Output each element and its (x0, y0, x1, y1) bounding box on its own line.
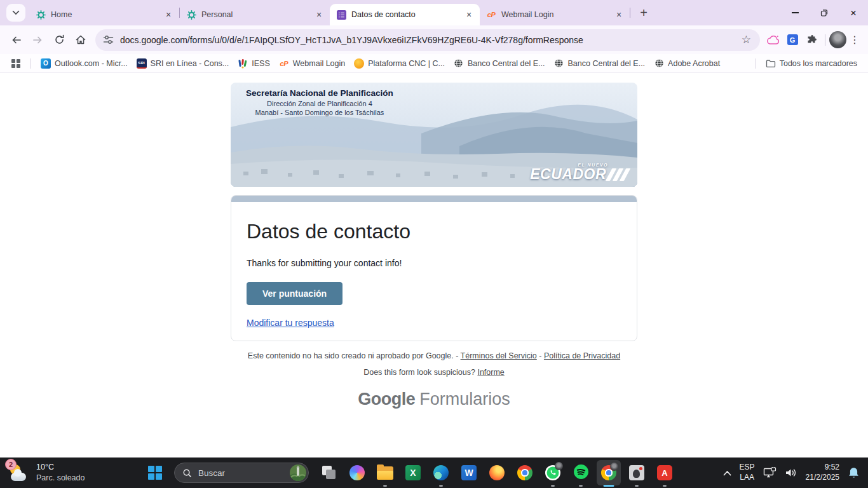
taskbar-search[interactable] (174, 463, 309, 483)
tab-datos-de-contacto-active[interactable]: Datos de contacto × (330, 4, 480, 25)
report-link[interactable]: Informe (477, 368, 504, 377)
edge-button[interactable] (427, 458, 455, 488)
terms-link[interactable]: Términos del Servicio (461, 351, 537, 360)
whatsapp-button[interactable] (539, 458, 567, 488)
org-dept: Dirección Zonal de Planificación 4 (246, 100, 393, 107)
new-tab-button[interactable]: + (634, 3, 653, 22)
forward-button[interactable] (27, 29, 48, 51)
org-region: Manabí - Santo Domingo de los Tsáchilas (246, 109, 393, 116)
clock[interactable]: 9:52 21/2/2025 (806, 463, 839, 482)
tab-title: Home (51, 10, 163, 19)
google-forms-icon (336, 10, 346, 20)
back-button[interactable] (5, 29, 27, 51)
webmail-gear-icon (186, 10, 196, 20)
date: 21/2/2025 (806, 473, 839, 483)
form-disclaimer: Este contenido no ha sido creado ni apro… (231, 351, 637, 360)
google-translate-icon[interactable]: G (783, 30, 802, 50)
browser-menu-icon[interactable]: ⋮ (846, 30, 863, 50)
bookmark-banco-central-1[interactable]: Banco Central del E... (449, 57, 550, 71)
volume-icon[interactable] (785, 468, 797, 478)
all-bookmarks-button[interactable]: Todos los marcadores (761, 57, 862, 71)
bookmark-star-icon[interactable]: ☆ (740, 33, 752, 46)
apps-grid-icon[interactable] (6, 54, 25, 73)
language-indicator[interactable]: ESP LAA (740, 463, 755, 482)
notification-bell-icon[interactable] (848, 466, 860, 479)
google-forms-wordmark: GoogleFormularios (231, 390, 637, 409)
search-input[interactable] (197, 468, 273, 478)
reload-button[interactable] (48, 29, 70, 51)
tab-home[interactable]: Home × (29, 4, 179, 25)
screen: Home × Personal × Datos de contacto × cP… (0, 0, 868, 488)
copilot-button[interactable] (343, 458, 371, 488)
tab-close-icon[interactable]: × (613, 9, 625, 20)
globe-icon (454, 58, 464, 69)
cpanel-icon: cP (486, 10, 496, 20)
header-text-block: Secretaría Nacional de Planificación Dir… (246, 88, 393, 116)
time: 9:52 (806, 463, 839, 473)
suspicious-text: Does this form look suspicious? (363, 368, 475, 377)
bookmark-label: SRI en Línea - Cons... (151, 59, 229, 68)
tab-webmail-login[interactable]: cP Webmail Login × (480, 4, 630, 25)
language-code: ESP (740, 463, 755, 473)
forward-icon (32, 35, 43, 45)
bookmark-cnc[interactable]: Plataforma CNC | C... (349, 57, 449, 71)
weather-extension-icon[interactable] (764, 30, 783, 50)
chrome-button[interactable] (511, 458, 539, 488)
java-app-button[interactable] (623, 458, 651, 488)
network-icon[interactable] (763, 467, 776, 478)
privacy-link[interactable]: Política de Privacidad (544, 351, 620, 360)
tab-close-icon[interactable]: × (463, 9, 475, 20)
acrobat-button[interactable]: A (651, 458, 679, 488)
start-button[interactable] (142, 459, 168, 487)
bookmark-outlook[interactable]: O Outlook.com - Micr... (36, 57, 132, 71)
hidden-icons-chevron[interactable] (723, 470, 731, 476)
form-response-card: Datos de contacto Thanks for submitting … (231, 195, 637, 341)
search-highlight-image[interactable] (290, 464, 306, 481)
bookmark-webmail[interactable]: cP Webmail Login (275, 57, 349, 71)
firefox-button[interactable] (483, 458, 511, 488)
bookmark-banco-central-2[interactable]: Banco Central del E... (550, 57, 650, 71)
spotify-button[interactable] (567, 458, 595, 488)
tab-search-button[interactable] (6, 4, 25, 22)
close-window-button[interactable]: × (839, 0, 868, 25)
tab-title: Datos de contacto (351, 10, 463, 19)
tab-personal[interactable]: Personal × (180, 4, 330, 25)
view-score-button[interactable]: Ver puntuación (247, 282, 342, 305)
site-settings-icon[interactable] (103, 35, 114, 44)
word-button[interactable]: W (455, 458, 483, 488)
bookmark-label: Plataforma CNC | C... (368, 59, 445, 68)
tab-close-icon[interactable]: × (163, 9, 174, 20)
address-bar[interactable]: docs.google.com/forms/u/0/d/e/1FAIpQLSfO… (95, 29, 760, 51)
bookmark-iess[interactable]: IESS (233, 57, 275, 71)
weather-widget[interactable]: 2 10°C Parc. soleado (0, 462, 142, 484)
task-view-button[interactable] (315, 458, 343, 488)
tab-close-icon[interactable]: × (313, 9, 325, 20)
notification-count-badge: 2 (5, 459, 17, 470)
chrome-active-button[interactable] (595, 458, 623, 488)
excel-button[interactable]: X (399, 458, 427, 488)
weather-text: 10°C Parc. soleado (36, 462, 85, 484)
file-explorer-button[interactable] (371, 458, 399, 488)
keyboard-layout: LAA (740, 473, 755, 483)
browser-tab-strip: Home × Personal × Datos de contacto × cP… (0, 0, 868, 25)
weather-condition: Parc. soleado (36, 473, 85, 484)
extensions-puzzle-icon[interactable] (802, 30, 821, 50)
copilot-icon (349, 465, 365, 480)
sri-icon: SRI (137, 58, 147, 69)
profile-avatar[interactable] (829, 31, 846, 48)
minimize-button[interactable] (780, 0, 810, 25)
restore-button[interactable] (810, 0, 839, 25)
bookmark-adobe-acrobat[interactable]: Adobe Acrobat (649, 57, 724, 71)
folder-icon (766, 58, 776, 69)
tab-divider (630, 8, 630, 18)
profile-badge (610, 463, 618, 471)
bookmark-sri[interactable]: SRI SRI en Línea - Cons... (132, 57, 234, 71)
tab-title: Personal (201, 10, 313, 19)
url-text[interactable]: docs.google.com/forms/u/0/d/e/1FAIpQLSfO… (120, 35, 740, 45)
running-indicator (439, 485, 443, 487)
chrome-icon (517, 465, 532, 480)
edit-response-link[interactable]: Modificar tu respuesta (247, 318, 334, 328)
running-indicator (663, 485, 667, 487)
home-button[interactable] (70, 29, 92, 51)
acrobat-icon: A (657, 465, 672, 480)
